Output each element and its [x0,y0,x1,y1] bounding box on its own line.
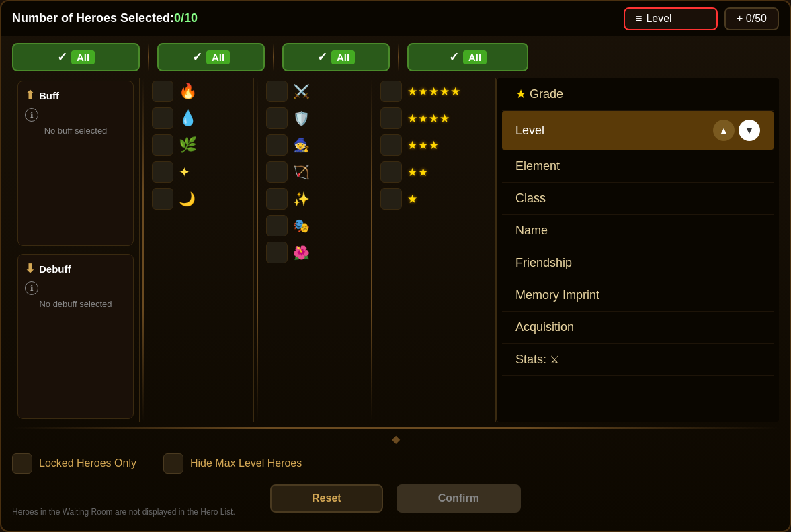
all-button-grade[interactable]: ✓ All [407,43,528,71]
reset-button[interactable]: Reset [270,484,383,513]
ranger-icon: 🏹 [293,164,310,180]
element-earth-checkbox[interactable] [152,134,173,156]
class-thief-checkbox[interactable] [266,215,288,236]
debuff-info-icon: ℹ [25,281,38,295]
all-buttons-row: ✓ All ✓ All ✓ All ✓ All [1,36,790,75]
grade-2star-checkbox[interactable] [380,161,402,183]
all-button-buff[interactable]: ✓ All [12,43,140,71]
element-water-row: 💧 [152,107,248,129]
all-label-2: All [206,50,230,64]
grade-2star-row: ★ ★ [380,161,490,183]
element-fire-row: 🔥 [152,81,248,102]
grade-3star-checkbox[interactable] [380,134,402,156]
sort-level-button[interactable]: ≡ Level [624,7,718,30]
no-debuff-text: No debuff selected [25,299,126,309]
sort-option-element[interactable]: Element [502,150,774,183]
class-warrior-checkbox[interactable] [266,81,288,102]
buff-header: ⬆ Buff [25,88,126,103]
footnote-text: Heroes in the Waiting Room are not displ… [12,507,235,517]
class-mage-checkbox[interactable] [266,134,288,156]
element-light-checkbox[interactable] [152,161,173,183]
buff-arrow-icon: ⬆ [25,88,35,103]
grade-1star-row: ★ [380,188,490,210]
element-light-row: ✦ [152,161,248,183]
class-knight-row: 🛡️ [266,107,362,129]
class-column: ⚔️ 🛡️ 🧙 🏹 ✨ 🎭 [261,78,368,422]
locked-heroes-checkbox[interactable] [12,453,32,474]
3star-display: ★ ★ ★ [407,138,439,152]
all-button-class[interactable]: ✓ All [282,43,390,71]
sort-option-grade[interactable]: ★ Grade [502,78,774,111]
soulweaver-icon: ✨ [293,191,310,207]
debuff-section: ⬇ Debuff ℹ No debuff selected [17,254,134,419]
class-runeteller-checkbox[interactable] [266,242,288,263]
runeteller-icon: 🌺 [293,245,310,261]
check-icon-2: ✓ [192,50,202,64]
sort-option-friendship[interactable]: Friendship [502,247,774,279]
knight-icon: 🛡️ [293,110,310,126]
all-label-1: All [71,50,95,64]
check-icon-4: ✓ [449,50,459,64]
grade-5star-row: ★ ★ ★ ★ ★ [380,81,490,102]
grade-4star-row: ★ ★ ★ ★ [380,107,490,129]
sort-level-up-button[interactable]: ▲ [713,120,735,141]
top-bar: Number of Heroes Selected:0/10 ≡ Level +… [1,1,790,36]
no-buff-text: No buff selected [25,126,126,136]
sort-option-name[interactable]: Name [502,215,774,247]
sort-level-down-button[interactable]: ▼ [739,120,760,141]
element-dark-checkbox[interactable] [152,188,173,210]
class-knight-checkbox[interactable] [266,107,288,129]
sort-option-acquisition[interactable]: Acquisition [502,312,774,344]
all-button-element[interactable]: ✓ All [157,43,265,71]
sort-option-class[interactable]: Class [502,183,774,215]
sort-option-memory-imprint[interactable]: Memory Imprint [502,279,774,312]
heroes-selected-label: Number of Heroes Selected:0/10 [12,11,198,26]
grade-1star-checkbox[interactable] [380,188,402,210]
dark-icon: 🌙 [179,191,196,207]
sort-icon: ≡ [636,13,642,25]
earth-icon: 🌿 [179,136,197,154]
class-ranger-checkbox[interactable] [266,161,288,183]
element-fire-checkbox[interactable] [152,81,173,102]
hide-max-checkbox-row[interactable]: Hide Max Level Heroes [163,453,302,474]
water-icon: 💧 [179,109,197,127]
fire-icon: 🔥 [179,83,197,100]
hide-max-checkbox[interactable] [163,453,183,474]
bottom-actions-row: Heroes in the Waiting Room are not displ… [1,480,790,517]
bottom-checkboxes-row: Locked Heroes Only Hide Max Level Heroes [1,447,790,480]
buff-info-icon: ℹ [25,108,38,122]
sort-option-level[interactable]: Level ▲ ▼ [502,111,774,150]
2star-display: ★ ★ [407,165,428,179]
grade-column: ★ ★ ★ ★ ★ ★ ★ ★ ★ [375,78,496,422]
debuff-arrow-icon: ⬇ [25,261,35,276]
locked-heroes-checkbox-row[interactable]: Locked Heroes Only [12,453,136,474]
1star-display: ★ [407,192,417,206]
grade-5star-checkbox[interactable] [380,81,402,102]
horizontal-divider [12,427,779,429]
thief-icon: 🎭 [293,218,310,234]
element-earth-row: 🌿 [152,134,248,156]
4star-display: ★ ★ ★ ★ [407,112,450,126]
sort-option-stats[interactable]: Stats: ⚔ [502,344,774,376]
mage-icon: 🧙 [293,137,310,153]
class-mage-row: 🧙 [266,134,362,156]
main-dialog: Number of Heroes Selected:0/10 ≡ Level +… [0,0,791,532]
check-icon-3: ✓ [317,50,327,64]
all-label-3: All [331,50,355,64]
debuff-header: ⬇ Debuff [25,261,126,276]
diamond-decoration: ◆ [1,431,790,447]
confirm-button[interactable]: Confirm [397,484,521,513]
class-runeteller-row: 🌺 [266,242,362,263]
all-label-4: All [463,50,487,64]
class-soulweaver-checkbox[interactable] [266,188,288,210]
heroes-count: 0/10 [174,11,198,25]
buff-debuff-column: ⬆ Buff ℹ No buff selected ⬇ Debuff ℹ No … [12,78,140,422]
grade-4star-checkbox[interactable] [380,107,402,129]
add-heroes-button[interactable]: + 0/50 [724,7,779,30]
warrior-icon: ⚔️ [293,83,310,99]
sort-options-panel: ★ Grade Level ▲ ▼ Element Class Name [496,78,779,422]
element-water-checkbox[interactable] [152,107,173,129]
class-ranger-row: 🏹 [266,161,362,183]
5star-display: ★ ★ ★ ★ ★ [407,85,460,99]
element-dark-row: 🌙 [152,188,248,210]
